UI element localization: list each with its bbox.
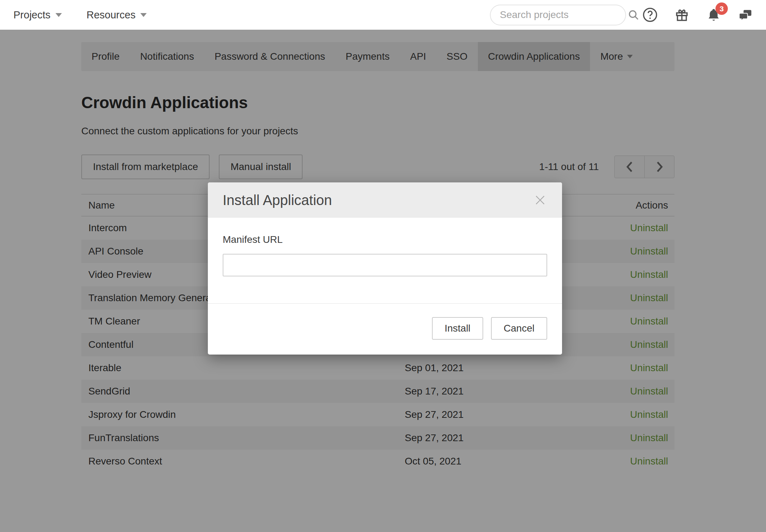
chat-icon[interactable] [738,7,753,23]
install-button[interactable]: Install [432,317,483,340]
notifications-bell[interactable]: 3 [706,7,721,23]
nav-menu-projects-label: Projects [13,9,51,21]
help-icon[interactable] [642,7,658,23]
nav-menu-resources-label: Resources [87,9,136,21]
nav-menu-projects[interactable]: Projects [13,9,62,21]
manifest-url-input[interactable] [223,254,547,276]
gift-icon[interactable] [674,7,690,23]
search-icon[interactable] [627,9,639,21]
top-navbar: Projects Resources [0,0,766,30]
nav-menu-resources[interactable]: Resources [87,9,147,21]
manifest-url-label: Manifest URL [223,234,547,245]
notification-badge: 3 [715,2,728,15]
nav-menus: Projects Resources [0,9,147,21]
chevron-down-icon [55,13,62,17]
close-icon[interactable] [533,193,547,207]
cancel-button[interactable]: Cancel [491,317,547,340]
modal-title: Install Application [223,192,332,208]
modal-header: Install Application [208,182,562,218]
chevron-down-icon [140,13,147,17]
install-application-modal: Install Application Manifest URL Install… [208,182,562,355]
search-input[interactable] [500,9,627,21]
modal-footer: Install Cancel [208,303,562,355]
navbar-right: 3 [490,5,766,25]
project-search[interactable] [490,5,626,25]
modal-body: Manifest URL [208,218,562,303]
